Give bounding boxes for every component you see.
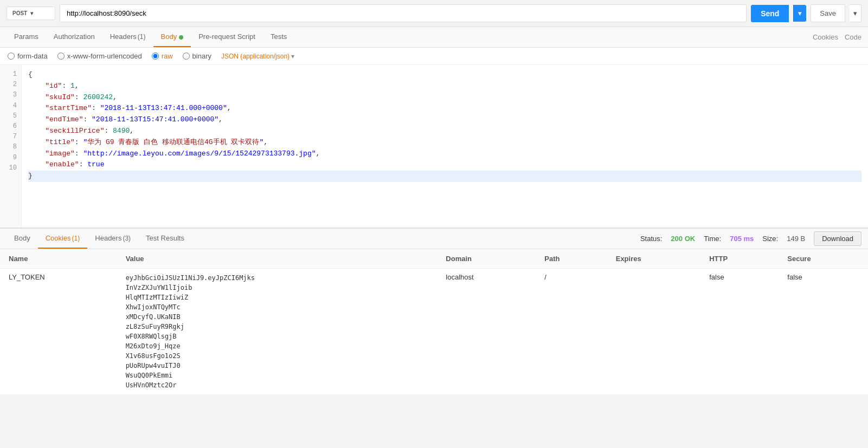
tab-pre-request-script[interactable]: Pre-request Script [191, 27, 263, 47]
time-label: Time: [704, 235, 721, 243]
col-secure: Secure [779, 249, 868, 269]
cookie-table-body: LY_TOKENeyJhbGciOiJSUzI1NiJ9.eyJpZCI6Mjk… [0, 269, 868, 395]
code-content[interactable]: { "id": 1, "skuId": 2600242, "startTime"… [22, 65, 868, 228]
response-status-info: Status: 200 OK Time: 705 ms Size: 149 B … [640, 231, 861, 246]
download-button[interactable]: Download [814, 231, 861, 246]
cookie-table-header: Name Value Domain Path Expires HTTP Secu… [0, 249, 868, 269]
cookie-table: Name Value Domain Path Expires HTTP Secu… [0, 249, 868, 395]
code-link[interactable]: Code [845, 33, 861, 41]
size-value: 149 B [787, 235, 805, 243]
binary-radio[interactable] [183, 53, 190, 60]
tabs-row-right: Cookies Code [813, 33, 861, 41]
status-label: Status: [640, 235, 662, 243]
resp-tab-headers[interactable]: Headers(3) [87, 229, 138, 249]
method-label: POST [12, 10, 27, 16]
form-data-option[interactable]: form-data [8, 52, 48, 60]
code-line-5: "endTime": "2018-11-13T15:47:41.000+0000… [28, 114, 861, 126]
col-expires: Expires [607, 249, 701, 269]
send-dropdown-button[interactable]: ▾ [793, 5, 806, 22]
body-dot [179, 35, 183, 40]
col-domain: Domain [437, 249, 536, 269]
cookie-value: eyJhbGciOiJSUzI1NiJ9.eyJpZCI6MjksInVzZXJ… [117, 269, 438, 395]
code-line-10: } [28, 171, 861, 182]
code-line-2: "id": 1, [28, 81, 861, 92]
col-path: Path [536, 249, 607, 269]
tab-tests[interactable]: Tests [263, 27, 294, 47]
col-value: Value [117, 249, 438, 269]
tab-params[interactable]: Params [7, 27, 46, 47]
code-line-8: "image": "http://image.leyou.com/images/… [28, 148, 861, 160]
code-line-1: { [28, 69, 861, 81]
urlencoded-label: x-www-form-urlencoded [67, 52, 142, 60]
cookie-http: false [700, 269, 779, 395]
json-type-selector[interactable]: JSON (application/json) ▾ [221, 53, 294, 60]
response-section: Body Cookies(1) Headers(3) Test Results … [0, 228, 868, 395]
code-line-9: "enable": true [28, 159, 861, 171]
tab-headers[interactable]: Headers(1) [102, 27, 153, 47]
raw-radio[interactable] [152, 53, 159, 60]
tab-body[interactable]: Body [153, 27, 191, 47]
method-dropdown-arrow: ▾ [30, 10, 33, 16]
request-tabs-row: Params Authorization Headers(1) Body Pre… [0, 27, 868, 48]
code-line-6: "seckillPrice": 8490, [28, 126, 861, 137]
url-input[interactable] [60, 4, 747, 22]
col-name: Name [0, 249, 117, 269]
status-value: 200 OK [671, 235, 695, 243]
cookies-link[interactable]: Cookies [813, 33, 838, 41]
cookie-secure: false [779, 269, 868, 395]
raw-label: raw [162, 52, 173, 60]
line-numbers: 1 2 3 4 5 6 7 8 9 10 [0, 65, 22, 228]
body-type-row: form-data x-www-form-urlencoded raw bina… [0, 48, 868, 65]
cookie-name: LY_TOKEN [0, 269, 117, 395]
top-bar: POST ▾ Send ▾ Save ▾ [0, 0, 868, 27]
cookie-domain: localhost [437, 269, 536, 395]
raw-option[interactable]: raw [152, 52, 173, 60]
form-data-label: form-data [17, 52, 48, 60]
resp-tab-body[interactable]: Body [7, 229, 38, 249]
code-line-3: "skuId": 2600242, [28, 92, 861, 103]
tab-authorization[interactable]: Authorization [46, 27, 102, 47]
code-line-7: "title": "华为 G9 青春版 白色 移动联通电信4G手机 双卡双待", [28, 137, 861, 148]
size-label: Size: [762, 235, 778, 243]
urlencoded-option[interactable]: x-www-form-urlencoded [57, 52, 142, 60]
cookie-path: / [536, 269, 607, 395]
method-selector[interactable]: POST ▾ [7, 7, 55, 20]
send-button[interactable]: Send [751, 5, 789, 22]
json-type-label: JSON (application/json) [221, 53, 290, 60]
col-http: HTTP [700, 249, 779, 269]
urlencoded-radio[interactable] [57, 53, 65, 60]
save-dropdown-button[interactable]: ▾ [850, 4, 861, 22]
resp-tab-cookies[interactable]: Cookies(1) [38, 229, 88, 249]
form-data-radio[interactable] [8, 53, 15, 60]
cookie-expires [607, 269, 701, 395]
resp-tab-test-results[interactable]: Test Results [138, 229, 192, 249]
editor-lines: 1 2 3 4 5 6 7 8 9 10 { "id": 1, "skuId":… [0, 65, 868, 228]
table-row: LY_TOKENeyJhbGciOiJSUzI1NiJ9.eyJpZCI6Mjk… [0, 269, 868, 395]
response-tabs-row: Body Cookies(1) Headers(3) Test Results … [0, 229, 868, 249]
code-line-4: "startTime": "2018-11-13T13:47:41.000+00… [28, 103, 861, 114]
binary-option[interactable]: binary [183, 52, 211, 60]
save-button[interactable]: Save [811, 4, 845, 22]
json-type-arrow: ▾ [291, 53, 294, 60]
binary-label: binary [192, 52, 211, 60]
code-editor[interactable]: 1 2 3 4 5 6 7 8 9 10 { "id": 1, "skuId":… [0, 65, 868, 228]
time-value: 705 ms [730, 235, 754, 243]
